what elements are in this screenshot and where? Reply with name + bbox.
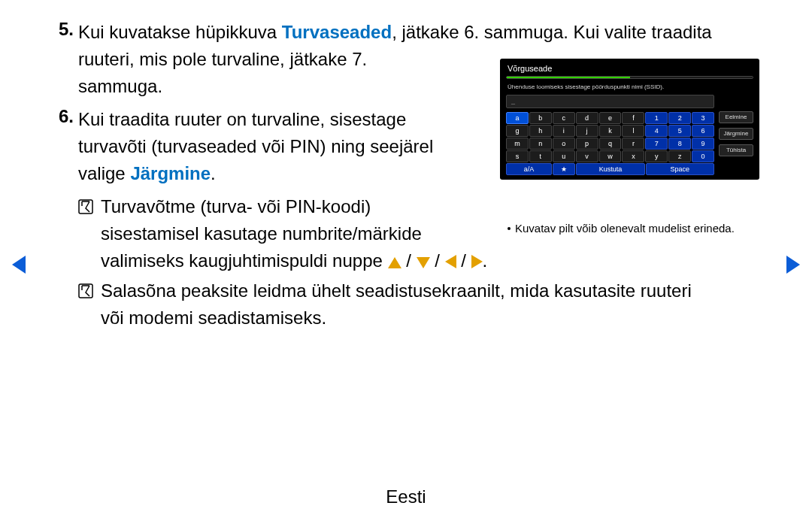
text: või modemi seadistamiseks.	[101, 307, 326, 328]
list-number: 6.	[53, 106, 78, 187]
key-case-toggle[interactable]: a/A	[506, 163, 552, 175]
text: Salasõna peaksite leidma ühelt seadistus…	[101, 280, 692, 301]
text: ruuteri, mis pole turvaline, jätkake 7.	[78, 49, 367, 69]
netscreen-title: Võrguseade	[504, 62, 755, 74]
key-g[interactable]: g	[506, 125, 529, 137]
key-v[interactable]: v	[576, 150, 598, 162]
text: .	[211, 163, 216, 183]
netscreen-instruction: Ühenduse loomiseks sisestage pöörduspunk…	[504, 82, 755, 95]
ssid-input[interactable]: _	[506, 95, 714, 108]
key-u[interactable]: u	[553, 150, 575, 162]
highlight-turvaseaded: Turvaseaded	[282, 22, 392, 42]
arrow-right-icon	[471, 255, 483, 268]
key-c[interactable]: c	[553, 112, 575, 124]
text: .	[483, 250, 488, 271]
key-t[interactable]: t	[529, 150, 552, 162]
key-space[interactable]: Space	[646, 163, 714, 175]
note-text: Salasõna peaksite leidma ühelt seadistus…	[101, 277, 759, 332]
highlight-jargmine: Järgmine	[130, 163, 211, 183]
key-w[interactable]: w	[599, 150, 622, 162]
text: , jätkake 6. sammuga. Kui valite traadit…	[392, 22, 712, 42]
text: valimiseks kaugjuhtimispuldi nuppe	[101, 250, 388, 271]
key-s[interactable]: s	[506, 150, 529, 162]
note-icon	[78, 193, 101, 274]
key-r[interactable]: r	[622, 138, 644, 150]
key-0[interactable]: 0	[692, 150, 714, 162]
arrow-left-icon	[445, 255, 456, 268]
key-o[interactable]: o	[553, 138, 575, 150]
key-l[interactable]: l	[622, 125, 644, 137]
arrow-up-icon	[388, 257, 401, 268]
onscreen-keyboard: abcdef123ghijkl456mnopqr789stuvwxyz0	[506, 112, 714, 162]
note-icon	[78, 277, 101, 332]
text: turvavõti (turvaseaded või PIN) ning see…	[78, 136, 433, 156]
text: valige	[78, 163, 130, 183]
key-b[interactable]: b	[529, 112, 552, 124]
key-delete[interactable]: Kustuta	[576, 163, 644, 175]
caption-text: Kuvatav pilt võib olenevalt mudelist eri…	[515, 222, 735, 235]
cancel-button[interactable]: Tühista	[719, 144, 753, 156]
key-q[interactable]: q	[599, 138, 622, 150]
bullet-icon	[508, 227, 511, 230]
key-i[interactable]: i	[553, 125, 575, 137]
network-settings-screenshot: Võrguseade Ühenduse loomiseks sisestage …	[500, 59, 759, 180]
key-4[interactable]: 4	[645, 125, 668, 137]
key-5[interactable]: 5	[668, 125, 691, 137]
key-x[interactable]: x	[622, 150, 644, 162]
key-8[interactable]: 8	[668, 138, 691, 150]
key-1[interactable]: 1	[645, 112, 668, 124]
key-d[interactable]: d	[576, 112, 598, 124]
key-a[interactable]: a	[506, 112, 529, 124]
note-item-2: Salasõna peaksite leidma ühelt seadistus…	[78, 277, 759, 332]
page-prev-arrow[interactable]	[12, 256, 26, 274]
text: sammuga.	[78, 76, 162, 96]
key-k[interactable]: k	[599, 125, 622, 137]
text: Kui traadita ruuter on turvaline, sisest…	[78, 109, 406, 129]
key-m[interactable]: m	[506, 138, 529, 150]
previous-button[interactable]: Eelmine	[719, 111, 753, 123]
key-z[interactable]: z	[668, 150, 691, 162]
key-y[interactable]: y	[645, 150, 668, 162]
text: /	[430, 250, 445, 271]
key-p[interactable]: p	[576, 138, 598, 150]
key-9[interactable]: 9	[692, 138, 714, 150]
text: sisestamisel kasutage numbrite/märkide	[101, 223, 422, 244]
key-f[interactable]: f	[622, 112, 644, 124]
key-6[interactable]: 6	[692, 125, 714, 137]
list-number: 5.	[53, 19, 78, 100]
text: Kui kuvatakse hüpikkuva	[78, 22, 282, 42]
key-e[interactable]: e	[599, 112, 622, 124]
page-footer: Eesti	[0, 486, 812, 507]
key-h[interactable]: h	[529, 125, 552, 137]
key-2[interactable]: 2	[668, 112, 691, 124]
page-next-arrow[interactable]	[786, 256, 800, 274]
arrow-down-icon	[417, 257, 430, 268]
netscreen-progress	[506, 76, 753, 79]
key-j[interactable]: j	[576, 125, 598, 137]
screenshot-caption: Kuvatav pilt võib olenevalt mudelist eri…	[500, 222, 759, 235]
text: /	[401, 250, 417, 271]
next-button[interactable]: Järgmine	[719, 128, 753, 140]
text: Turvavõtme (turva- või PIN-koodi)	[101, 196, 371, 217]
key-symbols[interactable]: ★	[553, 163, 575, 175]
key-3[interactable]: 3	[692, 112, 714, 124]
key-7[interactable]: 7	[645, 138, 668, 150]
key-n[interactable]: n	[529, 138, 552, 150]
text: /	[456, 250, 471, 271]
